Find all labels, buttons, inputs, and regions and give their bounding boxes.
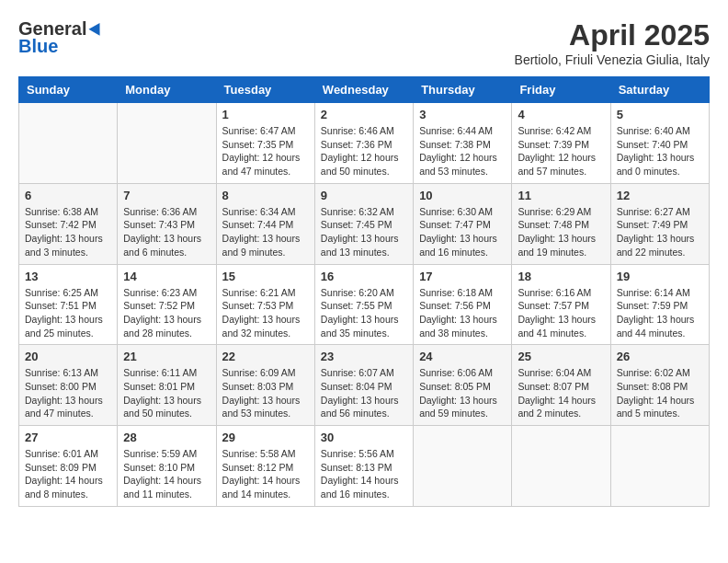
day-info: Sunrise: 6:02 AM Sunset: 8:08 PM Dayligh…	[617, 366, 703, 420]
day-number: 19	[617, 270, 703, 283]
day-info: Sunrise: 6:25 AM Sunset: 7:51 PM Dayligh…	[25, 286, 111, 340]
calendar-cell: 10Sunrise: 6:30 AM Sunset: 7:47 PM Dayli…	[414, 183, 512, 264]
weekday-header-wednesday: Wednesday	[314, 77, 413, 103]
day-number: 15	[222, 270, 309, 283]
calendar-cell: 9Sunrise: 6:32 AM Sunset: 7:45 PM Daylig…	[314, 183, 413, 264]
day-number: 3	[419, 108, 506, 121]
day-number: 21	[123, 350, 210, 363]
calendar-cell: 3Sunrise: 6:44 AM Sunset: 7:38 PM Daylig…	[414, 103, 512, 184]
day-info: Sunrise: 5:58 AM Sunset: 8:12 PM Dayligh…	[222, 447, 309, 501]
day-info: Sunrise: 5:56 AM Sunset: 8:13 PM Dayligh…	[321, 447, 407, 501]
calendar-cell: 19Sunrise: 6:14 AM Sunset: 7:59 PM Dayli…	[610, 264, 709, 345]
logo-icon	[88, 20, 105, 37]
weekday-header-monday: Monday	[118, 77, 216, 103]
day-info: Sunrise: 6:13 AM Sunset: 8:00 PM Dayligh…	[25, 366, 111, 420]
calendar-cell: 8Sunrise: 6:34 AM Sunset: 7:44 PM Daylig…	[216, 183, 314, 264]
title-section: April 2025 Bertiolo, Friuli Venezia Giul…	[515, 18, 710, 67]
calendar-cell: 28Sunrise: 5:59 AM Sunset: 8:10 PM Dayli…	[118, 426, 216, 507]
calendar-cell: 17Sunrise: 6:18 AM Sunset: 7:56 PM Dayli…	[414, 264, 512, 345]
day-info: Sunrise: 6:44 AM Sunset: 7:38 PM Dayligh…	[419, 124, 506, 178]
day-info: Sunrise: 6:29 AM Sunset: 7:48 PM Dayligh…	[518, 205, 604, 259]
day-info: Sunrise: 6:04 AM Sunset: 8:07 PM Dayligh…	[518, 366, 604, 420]
logo-blue-text: Blue	[18, 36, 58, 57]
calendar-cell: 7Sunrise: 6:36 AM Sunset: 7:43 PM Daylig…	[118, 183, 216, 264]
calendar-cell: 26Sunrise: 6:02 AM Sunset: 8:08 PM Dayli…	[610, 345, 709, 426]
calendar-cell: 22Sunrise: 6:09 AM Sunset: 8:03 PM Dayli…	[216, 345, 314, 426]
day-info: Sunrise: 6:09 AM Sunset: 8:03 PM Dayligh…	[222, 366, 309, 420]
calendar-cell	[512, 426, 610, 507]
weekday-header-row: SundayMondayTuesdayWednesdayThursdayFrid…	[19, 77, 710, 103]
week-row-4: 20Sunrise: 6:13 AM Sunset: 8:00 PM Dayli…	[19, 345, 710, 426]
day-number: 6	[25, 189, 111, 202]
calendar-cell: 27Sunrise: 6:01 AM Sunset: 8:09 PM Dayli…	[19, 426, 118, 507]
week-row-2: 6Sunrise: 6:38 AM Sunset: 7:42 PM Daylig…	[19, 183, 710, 264]
calendar-cell: 16Sunrise: 6:20 AM Sunset: 7:55 PM Dayli…	[314, 264, 413, 345]
day-info: Sunrise: 6:11 AM Sunset: 8:01 PM Dayligh…	[123, 366, 210, 420]
day-number: 17	[419, 270, 506, 283]
calendar-cell	[118, 103, 216, 184]
day-number: 16	[321, 270, 407, 283]
day-number: 14	[123, 270, 210, 283]
calendar-cell: 21Sunrise: 6:11 AM Sunset: 8:01 PM Dayli…	[118, 345, 216, 426]
calendar-cell: 4Sunrise: 6:42 AM Sunset: 7:39 PM Daylig…	[512, 103, 610, 184]
calendar-cell: 18Sunrise: 6:16 AM Sunset: 7:57 PM Dayli…	[512, 264, 610, 345]
calendar-cell: 11Sunrise: 6:29 AM Sunset: 7:48 PM Dayli…	[512, 183, 610, 264]
day-info: Sunrise: 6:06 AM Sunset: 8:05 PM Dayligh…	[419, 366, 506, 420]
day-number: 23	[321, 350, 407, 363]
calendar-cell: 12Sunrise: 6:27 AM Sunset: 7:49 PM Dayli…	[610, 183, 709, 264]
day-number: 10	[419, 189, 506, 202]
day-info: Sunrise: 6:20 AM Sunset: 7:55 PM Dayligh…	[321, 286, 407, 340]
weekday-header-tuesday: Tuesday	[216, 77, 314, 103]
calendar-cell: 24Sunrise: 6:06 AM Sunset: 8:05 PM Dayli…	[414, 345, 512, 426]
day-number: 22	[222, 350, 309, 363]
calendar-cell	[610, 426, 709, 507]
day-number: 24	[419, 350, 506, 363]
day-number: 18	[518, 270, 604, 283]
calendar-cell	[414, 426, 512, 507]
calendar-cell: 13Sunrise: 6:25 AM Sunset: 7:51 PM Dayli…	[19, 264, 118, 345]
calendar-cell: 2Sunrise: 6:46 AM Sunset: 7:36 PM Daylig…	[314, 103, 413, 184]
day-info: Sunrise: 5:59 AM Sunset: 8:10 PM Dayligh…	[123, 447, 210, 501]
day-number: 2	[321, 108, 407, 121]
week-row-5: 27Sunrise: 6:01 AM Sunset: 8:09 PM Dayli…	[19, 426, 710, 507]
day-number: 9	[321, 189, 407, 202]
svg-marker-0	[89, 20, 106, 36]
weekday-header-sunday: Sunday	[19, 77, 118, 103]
day-number: 26	[617, 350, 703, 363]
day-info: Sunrise: 6:07 AM Sunset: 8:04 PM Dayligh…	[321, 366, 407, 420]
day-number: 25	[518, 350, 604, 363]
day-number: 11	[518, 189, 604, 202]
day-info: Sunrise: 6:30 AM Sunset: 7:47 PM Dayligh…	[419, 205, 506, 259]
calendar-cell: 15Sunrise: 6:21 AM Sunset: 7:53 PM Dayli…	[216, 264, 314, 345]
day-number: 28	[123, 431, 210, 444]
day-number: 1	[222, 108, 309, 121]
logo: General Blue	[18, 18, 105, 57]
day-info: Sunrise: 6:16 AM Sunset: 7:57 PM Dayligh…	[518, 286, 604, 340]
day-info: Sunrise: 6:34 AM Sunset: 7:44 PM Dayligh…	[222, 205, 309, 259]
calendar-cell: 6Sunrise: 6:38 AM Sunset: 7:42 PM Daylig…	[19, 183, 118, 264]
day-number: 20	[25, 350, 111, 363]
day-info: Sunrise: 6:40 AM Sunset: 7:40 PM Dayligh…	[617, 124, 703, 178]
calendar-cell: 25Sunrise: 6:04 AM Sunset: 8:07 PM Dayli…	[512, 345, 610, 426]
calendar-cell	[19, 103, 118, 184]
calendar-table: SundayMondayTuesdayWednesdayThursdayFrid…	[18, 76, 710, 507]
calendar-title: April 2025	[515, 18, 710, 52]
calendar-cell: 14Sunrise: 6:23 AM Sunset: 7:52 PM Dayli…	[118, 264, 216, 345]
day-info: Sunrise: 6:42 AM Sunset: 7:39 PM Dayligh…	[518, 124, 604, 178]
day-info: Sunrise: 6:23 AM Sunset: 7:52 PM Dayligh…	[123, 286, 210, 340]
week-row-1: 1Sunrise: 6:47 AM Sunset: 7:35 PM Daylig…	[19, 103, 710, 184]
day-number: 12	[617, 189, 703, 202]
day-info: Sunrise: 6:46 AM Sunset: 7:36 PM Dayligh…	[321, 124, 407, 178]
weekday-header-friday: Friday	[512, 77, 610, 103]
day-number: 30	[321, 431, 407, 444]
weekday-header-saturday: Saturday	[610, 77, 709, 103]
day-info: Sunrise: 6:21 AM Sunset: 7:53 PM Dayligh…	[222, 286, 309, 340]
calendar-cell: 30Sunrise: 5:56 AM Sunset: 8:13 PM Dayli…	[314, 426, 413, 507]
weekday-header-thursday: Thursday	[414, 77, 512, 103]
calendar-cell: 23Sunrise: 6:07 AM Sunset: 8:04 PM Dayli…	[314, 345, 413, 426]
calendar-cell: 1Sunrise: 6:47 AM Sunset: 7:35 PM Daylig…	[216, 103, 314, 184]
day-number: 4	[518, 108, 604, 121]
day-number: 29	[222, 431, 309, 444]
day-number: 13	[25, 270, 111, 283]
day-info: Sunrise: 6:47 AM Sunset: 7:35 PM Dayligh…	[222, 124, 309, 178]
